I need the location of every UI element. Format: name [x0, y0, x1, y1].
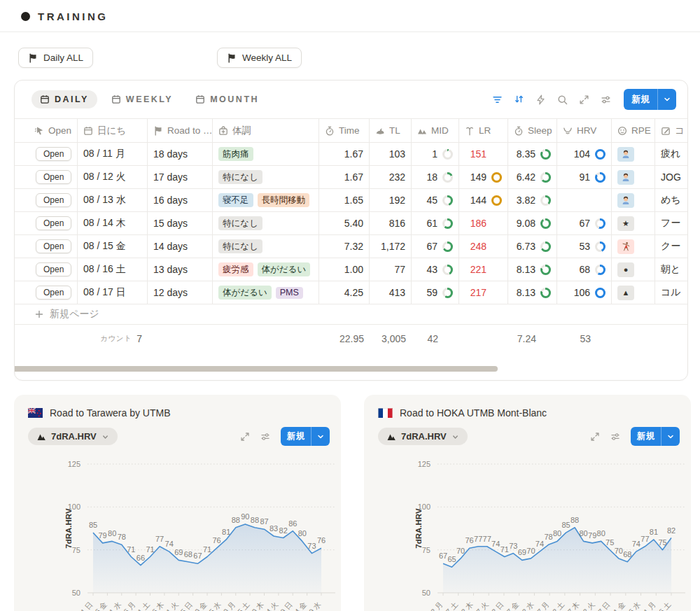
search-icon[interactable]	[557, 94, 568, 105]
condition-cell[interactable]: 寝不足長時間移動	[213, 189, 319, 211]
hrv-cell[interactable]: 68	[557, 258, 612, 281]
metric-selector[interactable]: 7dRA.HRV	[28, 428, 118, 445]
date-cell[interactable]: 08 / 14 木	[78, 212, 148, 234]
filter-icon[interactable]	[492, 94, 503, 105]
mid-cell[interactable]: 18	[412, 166, 459, 188]
open-row-button[interactable]: Open	[36, 239, 71, 253]
date-cell[interactable]: 08 / 16 土	[78, 258, 148, 281]
road-to-cell[interactable]: 17 days	[148, 166, 213, 188]
date-cell[interactable]: 08 / 12 火	[78, 166, 148, 188]
road-to-cell[interactable]: 18 days	[148, 143, 213, 165]
chevron-down-icon[interactable]	[657, 89, 676, 110]
sleep-cell[interactable]: 8.13	[508, 258, 557, 281]
open-row-button[interactable]: Open	[36, 216, 71, 230]
column-header-Time[interactable]: Time	[319, 119, 370, 142]
new-record-button[interactable]: 新規	[631, 427, 680, 446]
condition-cell[interactable]: 特になし	[213, 166, 319, 188]
memo-cell[interactable]: クー	[655, 235, 687, 258]
open-row-button[interactable]: Open	[36, 193, 71, 207]
mid-cell[interactable]: 59	[412, 281, 459, 304]
mid-cell[interactable]: 61	[412, 212, 459, 234]
road-to-cell[interactable]: 13 days	[148, 258, 213, 281]
tab-daily[interactable]: DAILY	[31, 90, 97, 108]
memo-cell[interactable]: JOG	[655, 166, 687, 188]
tab-weekly[interactable]: WEEKLY	[103, 90, 181, 108]
road-to-cell[interactable]: 15 days	[148, 212, 213, 234]
hrv-cell[interactable]: 104	[557, 143, 612, 165]
column-header-Open[interactable]: Open	[29, 119, 78, 142]
mid-cell[interactable]: 45	[412, 189, 459, 211]
expand-icon[interactable]	[590, 432, 600, 442]
condition-cell[interactable]: 疲労感体がだるい	[213, 258, 319, 281]
condition-cell[interactable]: 筋肉痛	[213, 143, 319, 165]
lr-cell[interactable]: 151	[459, 143, 508, 165]
condition-cell[interactable]: 特になし	[213, 235, 319, 258]
time-cell[interactable]: 1.00	[319, 258, 370, 281]
time-cell[interactable]: 7.32	[319, 235, 370, 258]
hrv-cell[interactable]: 67	[557, 212, 612, 234]
sleep-cell[interactable]: 6.73	[508, 235, 557, 258]
new-record-button[interactable]: 新規	[624, 89, 676, 110]
footer-sleep-avg[interactable]: 7.24	[508, 325, 557, 353]
tab-mounth[interactable]: MOUNTH	[187, 90, 267, 108]
footer-hrv-avg[interactable]: 53	[557, 325, 612, 353]
time-cell[interactable]: 1.67	[319, 143, 370, 165]
rpe-cell[interactable]: ★	[612, 212, 655, 234]
tl-cell[interactable]: 1,172	[370, 235, 412, 258]
bolt-icon[interactable]	[536, 94, 546, 105]
expand-icon[interactable]	[240, 432, 250, 442]
rpe-cell[interactable]	[612, 166, 655, 188]
time-cell[interactable]: 1.65	[319, 189, 370, 211]
tl-cell[interactable]: 103	[370, 143, 412, 165]
rpe-cell[interactable]	[612, 189, 655, 211]
date-cell[interactable]: 08 / 15 金	[78, 235, 148, 258]
condition-cell[interactable]: 特になし	[213, 212, 319, 234]
memo-cell[interactable]: フー	[655, 212, 687, 234]
mid-cell[interactable]: 67	[412, 235, 459, 258]
lr-cell[interactable]: 248	[459, 235, 508, 258]
horizontal-scrollbar[interactable]	[14, 366, 498, 372]
daily-all-button[interactable]: Daily ALL	[18, 48, 93, 68]
hrv-cell[interactable]: 53	[557, 235, 612, 258]
hrv-cell[interactable]: 91	[557, 166, 612, 188]
lr-cell[interactable]: 144	[459, 189, 508, 211]
memo-cell[interactable]: コル	[655, 281, 687, 304]
hrv-cell[interactable]: 106	[557, 281, 612, 304]
sleep-cell[interactable]: 6.42	[508, 166, 557, 188]
lr-cell[interactable]: 186	[459, 212, 508, 234]
new-record-button[interactable]: 新規	[281, 427, 330, 446]
sleep-cell[interactable]: 9.08	[508, 212, 557, 234]
date-cell[interactable]: 08 / 11 月	[78, 143, 148, 165]
column-header-MID[interactable]: MID	[412, 119, 459, 142]
open-row-button[interactable]: Open	[36, 262, 71, 276]
mid-cell[interactable]: 43	[412, 258, 459, 281]
new-page-row[interactable]: 新規ページ	[15, 304, 687, 325]
sliders-icon[interactable]	[601, 94, 611, 105]
empty-cell[interactable]	[557, 189, 612, 211]
column-header-RPE[interactable]: RPE	[612, 119, 655, 142]
open-row-button[interactable]: Open	[36, 286, 71, 300]
sliders-icon[interactable]	[610, 432, 620, 442]
column-header-HRV[interactable]: HRV	[557, 119, 612, 142]
sleep-cell[interactable]: 8.35	[508, 143, 557, 165]
memo-cell[interactable]: 疲れ	[655, 143, 687, 165]
footer-time-sum[interactable]: 22.95	[319, 325, 370, 353]
column-header-1[interactable]: 日にち	[78, 119, 148, 142]
tl-cell[interactable]: 816	[370, 212, 412, 234]
road-to-cell[interactable]: 16 days	[148, 189, 213, 211]
tl-cell[interactable]: 192	[370, 189, 412, 211]
sleep-cell[interactable]: 8.13	[508, 281, 557, 304]
lr-cell[interactable]: 149	[459, 166, 508, 188]
open-row-button[interactable]: Open	[36, 147, 71, 161]
tl-cell[interactable]: 232	[370, 166, 412, 188]
chevron-down-icon[interactable]	[311, 427, 330, 446]
rpe-cell[interactable]	[612, 143, 655, 165]
chevron-down-icon[interactable]	[661, 427, 680, 446]
tl-cell[interactable]: 413	[370, 281, 412, 304]
column-header-11[interactable]: コ	[655, 119, 687, 142]
column-header-LR[interactable]: LR	[459, 119, 508, 142]
footer-count[interactable]: カウント7	[78, 325, 148, 353]
road-to-cell[interactable]: 14 days	[148, 235, 213, 258]
column-header-Sleep[interactable]: Sleep	[508, 119, 557, 142]
metric-selector[interactable]: 7dRA.HRV	[378, 428, 468, 445]
